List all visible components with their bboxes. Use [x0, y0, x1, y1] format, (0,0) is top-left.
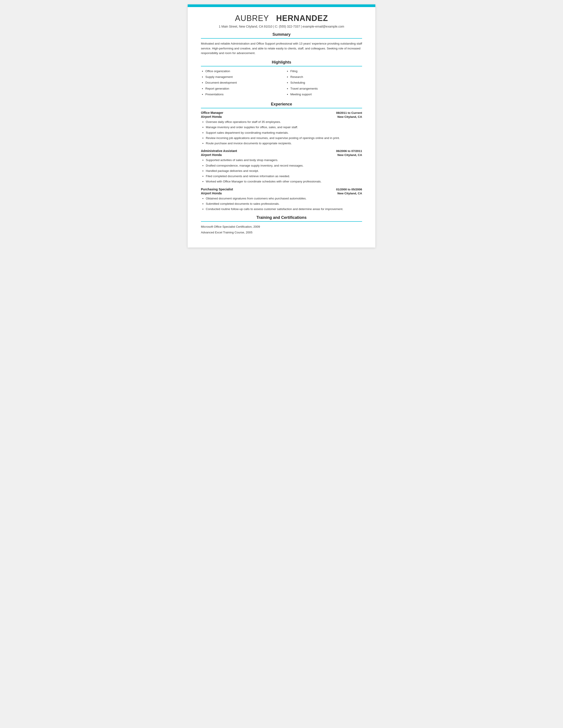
- job-dates: 08/2011 to Current: [336, 111, 362, 114]
- company-location: Airport HondaNew Cityland, CA: [201, 191, 362, 195]
- summary-title: Summary: [201, 32, 362, 37]
- highlights-right-col: FilingResearchSchedulingTravel arrangeme…: [286, 69, 362, 98]
- job-bullets: Supported activities of sales and body s…: [201, 158, 362, 184]
- cert-item: Microsoft Office Specialist Certificatio…: [201, 224, 362, 229]
- highlight-item: Office organization: [205, 69, 277, 73]
- last-name: HERNANDEZ: [276, 14, 328, 23]
- contact-info: 1 Main Street, New Cityland, CA 91010 | …: [201, 25, 362, 28]
- job-bullet: Conducted routine follow-up calls to ass…: [206, 207, 362, 211]
- job-bullet: Supported activities of sales and body s…: [206, 158, 362, 162]
- job-dates: 01/2000 to 05/2006: [336, 188, 362, 191]
- job-bullet: Handled package deliveries and receipt.: [206, 169, 362, 173]
- company-name: Airport Honda: [201, 191, 222, 195]
- company-location: Airport HondaNew Cityland, CA: [201, 115, 362, 118]
- summary-section: Summary Motivated and reliable Administr…: [201, 32, 362, 56]
- highlights-divider: [201, 66, 362, 66]
- experience-divider: [201, 108, 362, 108]
- full-name: AUBREY HERNANDEZ: [201, 14, 362, 23]
- highlights-columns: Office organizationSupply managementDocu…: [201, 69, 362, 98]
- header-section: AUBREY HERNANDEZ 1 Main Street, New City…: [201, 14, 362, 28]
- highlight-item: Supply management: [205, 75, 277, 79]
- experience-section: Experience Office Manager08/2011 to Curr…: [201, 102, 362, 211]
- job-title: Purchasing Specialist: [201, 188, 233, 191]
- job-bullet: Support sales department by coordinating…: [206, 131, 362, 135]
- cert-item: Advanced Excel Training Course, 2005: [201, 230, 362, 235]
- job-bullet: Obtained document signatures from custom…: [206, 196, 362, 201]
- highlight-item: Document development: [205, 81, 277, 85]
- highlights-title: Highlights: [201, 60, 362, 65]
- job-bullet: Manage inventory and order supplies for …: [206, 125, 362, 129]
- job-bullet: Submitted completed documents to sales p…: [206, 202, 362, 206]
- job-header: Office Manager08/2011 to Current: [201, 111, 362, 114]
- company-name: Airport Honda: [201, 153, 222, 157]
- job-bullets: Obtained document signatures from custom…: [201, 196, 362, 212]
- job-location: New Cityland, CA: [337, 115, 362, 118]
- resume-page: AUBREY HERNANDEZ 1 Main Street, New City…: [188, 4, 375, 248]
- training-divider: [201, 221, 362, 222]
- job-bullets: Oversee daily office operations for staf…: [201, 120, 362, 146]
- job-location: New Cityland, CA: [337, 153, 362, 157]
- training-section: Training and Certifications Microsoft Of…: [201, 215, 362, 235]
- company-name: Airport Honda: [201, 115, 222, 118]
- jobs-container: Office Manager08/2011 to CurrentAirport …: [201, 111, 362, 211]
- job-block-2: Purchasing Specialist01/2000 to 05/2006A…: [201, 188, 362, 212]
- job-title: Administrative Assistant: [201, 149, 237, 153]
- highlight-item: Filing: [290, 69, 362, 73]
- job-block-1: Administrative Assistant06/2006 to 07/20…: [201, 149, 362, 184]
- job-bullet: Review incoming job applications and res…: [206, 136, 362, 140]
- highlight-item: Research: [290, 75, 362, 79]
- job-dates: 06/2006 to 07/2011: [336, 149, 362, 153]
- top-bar-decoration: [188, 4, 375, 7]
- job-title: Office Manager: [201, 111, 223, 114]
- highlight-item: Scheduling: [290, 81, 362, 85]
- job-bullet: Worked with Office Manager to coordinate…: [206, 179, 362, 184]
- job-location: New Cityland, CA: [337, 192, 362, 195]
- training-title: Training and Certifications: [201, 215, 362, 220]
- job-bullet: Filed completed documents and retrieve i…: [206, 174, 362, 178]
- company-location: Airport HondaNew Cityland, CA: [201, 153, 362, 157]
- highlight-item: Report generation: [205, 86, 277, 91]
- experience-title: Experience: [201, 102, 362, 107]
- highlight-item: Meeting support: [290, 92, 362, 97]
- highlight-item: Travel arrangements: [290, 86, 362, 91]
- highlight-item: Presentations: [205, 92, 277, 97]
- job-header: Administrative Assistant06/2006 to 07/20…: [201, 149, 362, 153]
- job-bullet: Oversee daily office operations for staf…: [206, 120, 362, 124]
- job-bullet: Drafted correspondence, manage supply in…: [206, 163, 362, 168]
- job-bullet: Route purchase and invoice documents to …: [206, 141, 362, 146]
- summary-text: Motivated and reliable Administration an…: [201, 41, 362, 56]
- highlights-section: Highlights Office organizationSupply man…: [201, 60, 362, 98]
- certs-container: Microsoft Office Specialist Certificatio…: [201, 224, 362, 235]
- summary-divider: [201, 38, 362, 39]
- highlights-left-col: Office organizationSupply managementDocu…: [201, 69, 277, 98]
- first-name: AUBREY: [235, 14, 269, 23]
- job-block-0: Office Manager08/2011 to CurrentAirport …: [201, 111, 362, 146]
- job-header: Purchasing Specialist01/2000 to 05/2006: [201, 188, 362, 191]
